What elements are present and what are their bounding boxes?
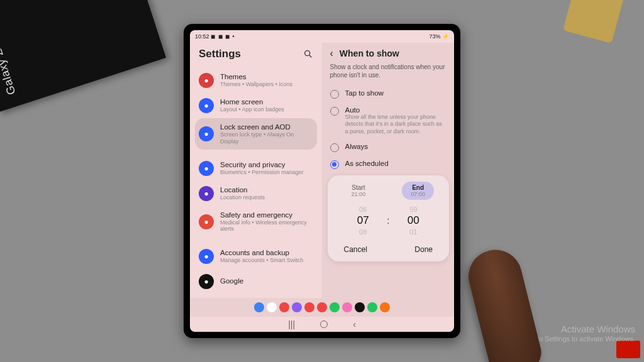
radio-icon	[330, 107, 339, 116]
settings-item-sub: Location requests	[220, 194, 265, 200]
home-icon: ●	[199, 98, 214, 113]
hour-prev: 06	[359, 204, 367, 215]
search-icon[interactable]	[303, 49, 313, 59]
radio-option-as-scheduled[interactable]: As scheduled	[328, 156, 450, 173]
radio-label: Tap to show	[345, 89, 384, 97]
dock-app-6[interactable]	[330, 302, 340, 312]
picker-tab-start-label: Start	[352, 184, 366, 191]
min-next: 01	[409, 226, 417, 238]
nav-back-icon[interactable]: ‹	[353, 319, 356, 329]
settings-item-title: Security and privacy	[220, 161, 304, 169]
radio-sub: Show all the time unless your phone dete…	[345, 114, 447, 135]
status-app-icons: ◼ ◼ ◼ •	[211, 33, 235, 40]
dock-app-7[interactable]	[342, 302, 352, 312]
product-box-prop: Galaxy Z Fold6	[0, 0, 166, 112]
detail-header: ‹ When to show	[328, 43, 450, 63]
detail-heading: When to show	[340, 48, 399, 58]
pin-icon: ●	[199, 186, 214, 201]
picker-tab-start[interactable]: Start 21:00	[343, 182, 375, 200]
status-bar: 10:52 ◼ ◼ ◼ • 73% ⚡	[190, 30, 454, 43]
channel-badge	[616, 341, 640, 358]
hour-wheel[interactable]: 06 07 08	[350, 204, 375, 238]
settings-header: Settings	[195, 43, 317, 68]
shield-icon: ●	[199, 161, 214, 176]
dock-app-0[interactable]	[254, 302, 264, 312]
status-right: 73% ⚡	[429, 33, 449, 40]
settings-item-title: Lock screen and AOD	[220, 123, 313, 131]
dock-app-3[interactable]	[292, 302, 302, 312]
status-left: 10:52 ◼ ◼ ◼ •	[195, 33, 235, 40]
settings-item-safety-and-emergency[interactable]: ●Safety and emergencyMedical info • Wire…	[195, 206, 317, 238]
minute-wheel[interactable]: 59 00 01	[401, 204, 426, 238]
settings-item-title: Location	[220, 186, 265, 194]
settings-item-sub: Screen lock type • Always On Display	[220, 131, 313, 145]
svg-line-1	[309, 55, 311, 57]
dock-app-10[interactable]	[380, 302, 390, 312]
min-value: 00	[408, 215, 419, 226]
lock-icon: ●	[199, 126, 214, 141]
settings-item-sub: Medical info • Wireless emergency alerts	[220, 219, 313, 233]
picker-tab-end-value: 07:00	[411, 191, 425, 197]
detail-description: Show a clock and notifications when your…	[328, 63, 450, 85]
picker-tab-end-label: End	[411, 184, 425, 191]
settings-item-home-screen[interactable]: ●Home screenLayout • App icon badges	[195, 93, 317, 118]
radio-option-auto[interactable]: AutoShow all the time unless your phone …	[328, 102, 450, 139]
radio-label: Auto	[345, 106, 447, 114]
radio-option-list: Tap to showAutoShow all the time unless …	[328, 85, 450, 173]
status-time: 10:52	[195, 33, 209, 40]
settings-item-accounts-and-backup[interactable]: ●Accounts and backupManage accounts • Sm…	[195, 244, 317, 269]
user-finger	[463, 244, 545, 362]
dock-app-8[interactable]	[355, 302, 365, 312]
min-prev: 59	[409, 204, 417, 215]
dock-app-2[interactable]	[279, 302, 289, 312]
nav-recents-icon[interactable]: |||	[288, 319, 295, 329]
radio-label: Always	[345, 143, 368, 150]
background-prop	[563, 0, 625, 43]
picker-tabs: Start 21:00 End 07:00	[335, 182, 442, 200]
radio-icon	[330, 143, 339, 152]
settings-item-security-and-privacy[interactable]: ●Security and privacyBiometrics • Permis…	[195, 156, 317, 181]
dock-app-1[interactable]	[267, 302, 277, 312]
detail-panel: ‹ When to show Show a clock and notifica…	[323, 43, 455, 298]
settings-panel: Settings ●ThemesThemes • Wallpapers • Ic…	[190, 43, 323, 298]
dock-app-4[interactable]	[304, 302, 314, 312]
settings-item-sub: Manage accounts • Smart Switch	[220, 257, 303, 263]
windows-watermark: Activate Windows Go to Settings to activ…	[526, 324, 635, 343]
palette-icon: ●	[199, 73, 214, 88]
settings-item-google[interactable]: ●Google	[195, 269, 317, 294]
hour-value: 07	[357, 215, 369, 226]
watermark-title: Activate Windows	[526, 324, 635, 335]
settings-item-sub: Themes • Wallpapers • Icons	[220, 81, 292, 87]
cancel-button[interactable]: Cancel	[344, 245, 367, 254]
settings-title: Settings	[199, 48, 241, 60]
picker-tab-end[interactable]: End 07:00	[402, 182, 434, 200]
settings-item-title: Themes	[220, 73, 292, 81]
settings-item-title: Safety and emergency	[220, 211, 313, 219]
radio-option-tap-to-show[interactable]: Tap to show	[328, 85, 450, 102]
radio-option-always[interactable]: Always	[328, 139, 450, 156]
dock-app-9[interactable]	[367, 302, 377, 312]
back-icon[interactable]: ‹	[330, 48, 333, 59]
watermark-sub: Go to Settings to activate Windows.	[526, 335, 635, 343]
time-colon: :	[387, 215, 389, 226]
hour-next: 08	[359, 226, 367, 238]
time-picker-card: Start 21:00 End 07:00 06 07 08	[328, 175, 450, 261]
nav-home-icon[interactable]	[320, 321, 328, 328]
dock-app-5[interactable]	[317, 302, 327, 312]
svg-point-0	[304, 51, 309, 56]
settings-item-themes[interactable]: ●ThemesThemes • Wallpapers • Icons	[195, 68, 317, 93]
navigation-bar: ||| ‹	[190, 317, 454, 332]
picker-actions: Cancel Done	[335, 240, 442, 254]
settings-item-sub: Biometrics • Permission manager	[220, 169, 304, 175]
settings-item-location[interactable]: ●LocationLocation requests	[195, 181, 317, 206]
settings-item-lock-screen-and-aod[interactable]: ●Lock screen and AODScreen lock type • A…	[195, 118, 317, 150]
settings-item-sub: Layout • App icon badges	[220, 106, 284, 112]
done-button[interactable]: Done	[414, 245, 433, 254]
time-wheel[interactable]: 06 07 08 : 59 00 01	[335, 204, 442, 238]
account-icon: ●	[199, 249, 214, 264]
app-dock[interactable]	[190, 298, 454, 317]
device-screen: 10:52 ◼ ◼ ◼ • 73% ⚡ Settings ●ThemesThem…	[190, 30, 454, 332]
device-frame: 10:52 ◼ ◼ ◼ • 73% ⚡ Settings ●ThemesThem…	[184, 24, 460, 338]
settings-item-title: Accounts and backup	[220, 249, 303, 257]
settings-list: ●ThemesThemes • Wallpapers • Icons●Home …	[195, 68, 317, 294]
